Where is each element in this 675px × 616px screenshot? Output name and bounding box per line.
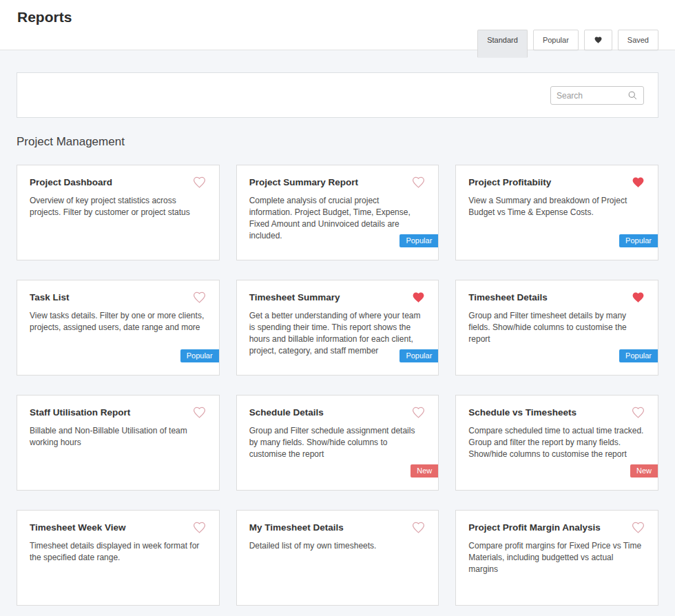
favorite-button[interactable] <box>192 405 207 419</box>
favorite-button[interactable] <box>411 520 426 534</box>
card-title: Schedule Details <box>249 407 426 419</box>
heart-icon <box>411 176 426 189</box>
card-badge: Popular <box>180 349 219 362</box>
heart-icon <box>631 406 645 419</box>
card-description: Compare profit margins for Fixed Price v… <box>468 540 645 575</box>
favorite-button[interactable] <box>631 405 646 419</box>
favorite-button[interactable] <box>411 175 426 189</box>
report-card-grid: Project Dashboard Overview of key projec… <box>17 165 658 606</box>
filter-bar <box>17 72 658 118</box>
card-badge: Popular <box>619 234 658 247</box>
card-description: Overview of key project statistics acros… <box>30 195 207 218</box>
card-description: View tasks details. Filter by one or mor… <box>30 310 207 333</box>
card-title: Task List <box>30 291 207 304</box>
page-title: Reports <box>17 9 72 25</box>
favorite-button[interactable] <box>631 520 646 534</box>
heart-icon <box>631 291 645 304</box>
card-title: Project Profit Margin Analysis <box>468 522 645 534</box>
favorite-button[interactable] <box>192 175 207 189</box>
tab-saved[interactable]: Saved <box>618 30 658 50</box>
card-description: Compare scheduled time to actual time tr… <box>468 425 645 460</box>
heart-icon <box>411 291 426 304</box>
card-description: Timesheet details displayed in week form… <box>30 540 207 564</box>
card-title: Schedule vs Timesheets <box>468 407 645 419</box>
heart-icon <box>411 521 426 534</box>
search-box <box>550 86 644 105</box>
report-card[interactable]: Timesheet Details Group and Filter times… <box>455 280 658 376</box>
card-description: Detailed list of my own timesheets. <box>249 540 426 552</box>
card-title: Project Profitabiity <box>468 176 645 189</box>
favorite-button[interactable] <box>411 405 426 419</box>
favorite-button[interactable] <box>631 175 646 189</box>
favorite-button[interactable] <box>631 290 646 304</box>
report-card[interactable]: Task List View tasks details. Filter by … <box>17 280 220 376</box>
card-title: Project Dashboard <box>30 176 207 189</box>
report-card[interactable]: Project Profitabiity View a Summary and … <box>455 165 658 260</box>
page-header: Reports Standard Popular Saved <box>0 0 675 50</box>
report-card[interactable]: My Timesheet Details Detailed list of my… <box>236 510 439 606</box>
card-description: View a Summary and breakdown of Project … <box>468 195 645 218</box>
tab-favorites[interactable] <box>584 30 612 50</box>
report-card[interactable]: Timesheet Summary Get a better understan… <box>236 280 439 376</box>
report-card[interactable]: Staff Utilisation Report Billable and No… <box>17 395 220 491</box>
report-card[interactable]: Timesheet Week View Timesheet details di… <box>17 510 220 606</box>
heart-icon <box>192 291 207 304</box>
search-icon[interactable] <box>627 90 638 101</box>
card-description: Group and Filter schedule assignment det… <box>249 425 426 460</box>
card-title: Timesheet Details <box>468 291 645 304</box>
report-card[interactable]: Project Dashboard Overview of key projec… <box>17 165 220 260</box>
card-title: Timesheet Week View <box>30 522 207 534</box>
heart-icon <box>192 406 207 419</box>
report-card[interactable]: Project Summary Report Complete analysis… <box>236 165 439 260</box>
heart-icon <box>192 521 207 534</box>
card-title: My Timesheet Details <box>249 522 426 534</box>
favorite-button[interactable] <box>411 290 426 304</box>
card-description: Billable and Non-Billable Utilisation of… <box>30 425 207 449</box>
heart-icon <box>631 521 645 534</box>
card-description: Group and Filter timesheet details by ma… <box>468 310 645 345</box>
heart-icon <box>411 406 426 419</box>
card-title: Project Summary Report <box>249 176 426 189</box>
search-input[interactable] <box>551 91 627 101</box>
card-title: Staff Utilisation Report <box>30 407 207 419</box>
report-card[interactable]: Project Profit Margin Analysis Compare p… <box>455 510 658 606</box>
heart-icon <box>631 176 645 189</box>
favorite-button[interactable] <box>192 520 207 534</box>
card-badge: Popular <box>399 349 438 362</box>
card-badge: Popular <box>399 234 438 247</box>
report-card[interactable]: Schedule Details Group and Filter schedu… <box>236 395 439 491</box>
tab-standard[interactable]: Standard <box>477 30 528 57</box>
section-title: Project Management <box>17 135 658 149</box>
tab-popular[interactable]: Popular <box>533 30 579 50</box>
favorite-button[interactable] <box>192 290 207 304</box>
card-title: Timesheet Summary <box>249 291 426 304</box>
report-card[interactable]: Schedule vs Timesheets Compare scheduled… <box>455 395 658 491</box>
card-badge: New <box>411 464 438 478</box>
heart-icon <box>594 36 603 44</box>
card-badge: Popular <box>619 349 658 362</box>
tab-bar: Standard Popular Saved <box>472 30 658 57</box>
card-badge: New <box>630 464 658 478</box>
heart-icon <box>192 176 207 189</box>
